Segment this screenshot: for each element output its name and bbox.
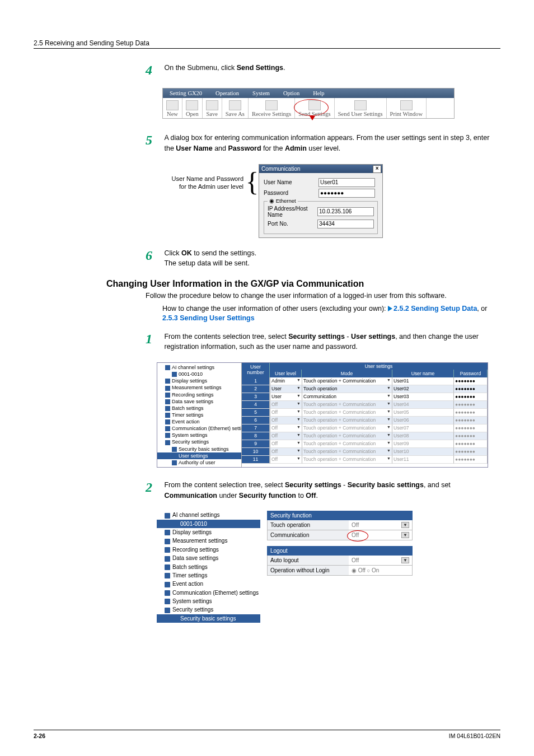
tree-comm[interactable]: Communication (Ethernet) settings [157,425,241,432]
cell-user[interactable]: User11 [392,456,454,464]
link-sending-setup[interactable]: 2.5.2 Sending Setup Data [394,305,477,312]
cell-user[interactable]: User10 [392,448,454,456]
cell-pwd[interactable]: ●●●●●●● [454,432,488,440]
cell-mode[interactable]: Touch operation + Communication [302,456,392,464]
cell-level[interactable]: Off [270,440,302,448]
cell-user[interactable]: User06 [392,417,454,424]
receive-settings-button[interactable]: Receive Settings [249,98,295,118]
cell-mode[interactable]: Touch operation + Communication [302,417,392,424]
table-row[interactable]: 2UserTouch operationUser02●●●●●●● [242,385,488,393]
cell-user[interactable]: User07 [392,424,454,432]
cell-pwd[interactable]: ●●●●●●● [454,417,488,424]
username-input[interactable] [318,178,375,187]
cell-user[interactable]: User04 [392,401,454,409]
cell-user[interactable]: User05 [392,409,454,417]
tree-system[interactable]: System settings [157,432,241,438]
tree2-0001[interactable]: 0001-0010 [157,520,260,528]
cell-pwd[interactable]: ●●●●●●● [454,440,488,448]
ip-input[interactable] [317,207,374,216]
cell-user[interactable]: User02 [392,385,454,393]
cell-level[interactable]: Admin [270,377,302,385]
tree2-ai[interactable]: AI channel settings [157,511,260,519]
tree-user-settings[interactable]: User settings [157,452,241,459]
saveas-button[interactable]: Save As [222,98,249,118]
cell-mode[interactable]: Touch operation + Communication [302,424,392,432]
comm-select[interactable]: Off [349,530,412,540]
cell-pwd[interactable]: ●●●●●●● [454,456,488,464]
tree-batch[interactable]: Batch settings [157,405,241,412]
cell-mode[interactable]: Touch operation + Communication [302,432,392,440]
table-row[interactable]: 4OffTouch operation + CommunicationUser0… [242,401,488,409]
tree-authority[interactable]: Authority of user [157,459,241,466]
cell-level[interactable]: User [270,393,302,401]
menu-option[interactable]: Option [277,88,306,98]
tree-datasave[interactable]: Data save settings [157,398,241,405]
tree2-system[interactable]: System settings [157,597,260,605]
table-row[interactable]: 8OffTouch operation + CommunicationUser0… [242,432,488,440]
touch-op-select[interactable]: Off [349,520,412,530]
cell-pwd[interactable]: ●●●●●●● [454,393,488,401]
cell-pwd[interactable]: ●●●●●●● [454,448,488,456]
cell-level[interactable]: Off [270,424,302,432]
tree2-measure[interactable]: Measurement settings [157,536,260,545]
tree-recording[interactable]: Recording settings [157,391,241,398]
table-row[interactable]: 5OffTouch operation + CommunicationUser0… [242,409,488,417]
cell-pwd[interactable]: ●●●●●●● [454,385,488,393]
cell-mode[interactable]: Communication [302,393,392,401]
tree-timer[interactable]: Timer settings [157,412,241,418]
tree-display[interactable]: Display settings [157,377,241,384]
table-row[interactable]: 1AdminTouch operation + CommunicationUse… [242,377,488,385]
tree-measure[interactable]: Measurement settings [157,384,241,391]
table-row[interactable]: 3UserCommunicationUser03●●●●●●● [242,393,488,401]
cell-user[interactable]: User08 [392,432,454,440]
tree-0001[interactable]: 0001-0010 [157,371,241,377]
table-row[interactable]: 7OffTouch operation + CommunicationUser0… [242,424,488,432]
password-input[interactable] [318,189,375,198]
tree2-recording[interactable]: Recording settings [157,545,260,554]
send-settings-button[interactable]: Send Settings [295,98,334,118]
tree-sec-basic[interactable]: Security basic settings [157,446,241,452]
cell-pwd[interactable]: ●●●●●●● [454,424,488,432]
table-row[interactable]: 9OffTouch operation + CommunicationUser0… [242,440,488,448]
tree-security[interactable]: Security settings [157,438,241,445]
cell-level[interactable]: Off [270,448,302,456]
tree2-sec-basic[interactable]: Security basic settings [157,614,260,623]
cell-mode[interactable]: Touch operation + Communication [302,377,392,385]
table-row[interactable]: 10OffTouch operation + CommunicationUser… [242,448,488,456]
new-button[interactable]: New [163,98,182,118]
menu-operation[interactable]: Operation [209,88,246,98]
cell-mode[interactable]: Touch operation + Communication [302,409,392,417]
menu-system[interactable]: System [246,88,277,98]
cell-pwd[interactable]: ●●●●●●● [454,377,488,385]
cell-pwd[interactable]: ●●●●●●● [454,409,488,417]
tree2-comm[interactable]: Communication (Ethernet) settings [157,589,260,597]
tree2-batch[interactable]: Batch settings [157,563,260,571]
tree2-display[interactable]: Display settings [157,528,260,536]
open-button[interactable]: Open [182,98,203,118]
cell-mode[interactable]: Touch operation + Communication [302,440,392,448]
cell-user[interactable]: User09 [392,440,454,448]
send-user-settings-button[interactable]: Send User Settings [335,98,387,118]
port-input[interactable] [317,220,374,228]
cell-level[interactable]: User [270,385,302,393]
cell-level[interactable]: Off [270,456,302,464]
cell-level[interactable]: Off [270,409,302,417]
menu-setting[interactable]: Setting GX20 [163,88,209,98]
table-row[interactable]: 11OffTouch operation + CommunicationUser… [242,456,488,464]
link-sending-user[interactable]: 2.5.3 Sending User Settings [162,314,255,322]
cell-level[interactable]: Off [270,417,302,424]
menu-help[interactable]: Help [306,88,331,98]
tree-ai[interactable]: AI channel settings [157,364,241,371]
print-window-button[interactable]: Print Window [387,98,427,118]
cell-level[interactable]: Off [270,432,302,440]
tree2-datasave[interactable]: Data save settings [157,554,260,562]
tree2-event[interactable]: Event action [157,580,260,588]
cell-mode[interactable]: Touch operation [302,385,392,393]
tree-event[interactable]: Event action [157,418,241,425]
close-icon[interactable]: × [373,165,381,173]
tree2-security[interactable]: Security settings [157,605,260,614]
cell-mode[interactable]: Touch operation + Communication [302,401,392,409]
op-without-login-radio[interactable]: ◉ Off ○ On [349,566,412,575]
table-row[interactable]: 6OffTouch operation + CommunicationUser0… [242,417,488,424]
cell-level[interactable]: Off [270,401,302,409]
